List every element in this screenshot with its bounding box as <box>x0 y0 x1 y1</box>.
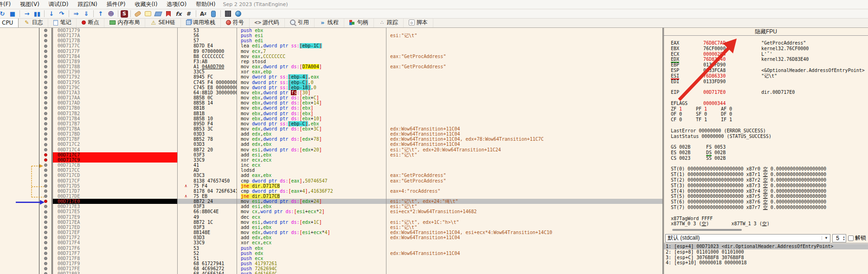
register-line[interactable]: ECX000002C4L'ˇ' <box>671 52 868 57</box>
disasm-row[interactable]: 00D717E566:8B0C4Emov cx,word ptr ds:[esi… <box>0 209 662 214</box>
breakpoint-dot[interactable] <box>44 195 47 198</box>
register-line[interactable]: ST(6) 00000000000000000000 x87r6 空 0.000… <box>671 199 868 205</box>
disasm-row[interactable]: 00D717F752push edxedx:Wow64Transition+11… <box>0 251 662 256</box>
breakpoint-dot[interactable] <box>44 101 47 104</box>
breakpoint-dot[interactable] <box>44 96 47 99</box>
register-line[interactable]: ST(1) 00000000000000000000 x87r1 空 0.000… <box>671 172 868 177</box>
register-line[interactable]: x87TagWord FFFF <box>671 216 868 222</box>
tab-句柄[interactable]: 句柄 <box>344 19 374 27</box>
breakpoint-dot[interactable] <box>44 247 47 250</box>
tab-SEH链[interactable]: ⚠SEH链 <box>145 19 180 27</box>
pause-icon[interactable]: ▮▮ <box>32 10 42 18</box>
breakpoint-dot[interactable] <box>44 241 47 244</box>
menu-item[interactable]: 收藏夹(I) <box>130 0 162 9</box>
breakpoint-dot[interactable] <box>44 169 47 172</box>
register-line[interactable]: EDX76D83E40kernel32.76D83E40 <box>671 57 868 62</box>
disasm-row[interactable]: 00D717E08B72 24mov esi,dword ptr ds:[edx… <box>0 199 662 204</box>
breakpoint-dot[interactable] <box>44 205 47 208</box>
disasm-row[interactable]: 00D717CB41inc ecx <box>0 163 662 168</box>
breakpoint-dot[interactable] <box>44 50 47 53</box>
breakpoint-dot[interactable] <box>44 29 47 32</box>
breakpoint-dot[interactable] <box>44 252 47 255</box>
breakpoint-dot[interactable] <box>44 65 47 68</box>
disasm-row[interactable]: 00D717C933C9xor ecx,ecx <box>0 157 662 163</box>
register-line[interactable]: ST(2) 00000000000000000000 x87r2 空 0.000… <box>671 177 868 183</box>
breakpoint-dot[interactable] <box>44 200 47 203</box>
modules-icon[interactable] <box>209 10 218 18</box>
internet-icon[interactable] <box>233 10 243 18</box>
disasm-row[interactable]: 00D717D5∧75 F4jne dir.D717CB <box>0 183 662 189</box>
disasm-row[interactable]: 00D7177FB9 07000000mov ecx,7 <box>0 49 662 54</box>
breakpoint-dot[interactable] <box>44 106 47 110</box>
tab-跟踪[interactable]: ∴跟踪 <box>374 19 404 27</box>
comment-icon[interactable] <box>143 10 153 18</box>
menu-item[interactable]: 视图(V) <box>15 0 44 9</box>
disasm-row[interactable]: 00D7177A56push esiesi:"记\t" <box>0 33 662 38</box>
tab-脚本[interactable]: o脚本 <box>404 19 433 27</box>
disasm-row[interactable]: 00D717ED03F3add esi,ebxesi:"记\t" <box>0 225 662 230</box>
restart-icon[interactable]: ↻ <box>0 10 7 18</box>
disasm-row[interactable]: 00D717BF8B52 78mov edx,dword ptr ds:[edx… <box>0 137 662 142</box>
disasm-row[interactable]: 00D717BD03D3add edx,ebxedx:Wow64Transiti… <box>0 131 662 137</box>
tab-笔记[interactable]: 笔记 <box>48 19 77 27</box>
tab-线程[interactable]: »线程 <box>315 19 344 27</box>
unlock-checkbox[interactable] <box>848 235 854 241</box>
disasm-row[interactable]: 00D717B7895D F4mov dword ptr ss:[ebp-C],… <box>0 121 662 126</box>
register-line[interactable]: CF 0TF 1IF 1 <box>671 117 868 123</box>
disasm-row[interactable]: 00D717F203D3add edx,ebxedx:Wow64Transiti… <box>0 235 662 240</box>
disasm-row[interactable]: 00D7180368 4C6F6164push 64616F4C <box>0 271 662 274</box>
disasm-row[interactable]: 00D7177953push ebx <box>0 28 662 33</box>
disassembly-view[interactable]: 00D7177953push ebx00D7177A56push esiesi:… <box>0 28 662 274</box>
tab-日志[interactable]: ✎日志 <box>19 19 48 27</box>
calling-convention-select[interactable]: 默认 (stdcall) ▼ <box>665 234 830 242</box>
argument-depth-stepper[interactable]: 5 ▲▼ <box>832 234 846 242</box>
breakpoint-dot[interactable] <box>44 272 47 274</box>
disasm-row[interactable]: 00D717F653push ebx <box>0 246 662 251</box>
register-line[interactable]: EDI0133FD90 <box>671 79 868 85</box>
disasm-row[interactable]: 00D7177C8D7D E4lea edi,dword ptr ss:[ebp… <box>0 43 662 48</box>
breakpoint-dot[interactable] <box>44 39 47 42</box>
register-line[interactable]: x87TW_0 3 (空) x87TW_1 3 (空) <box>671 221 868 227</box>
register-line[interactable]: EBX76CF0000kernel32.76CF0000 <box>671 46 868 52</box>
breakpoint-dot[interactable] <box>44 262 47 265</box>
disasm-row[interactable]: 00D7179CC745 E8 00000000mov dword ptr ss… <box>0 85 662 90</box>
register-line[interactable]: OF 0SF 0DF 0 <box>671 111 868 117</box>
menu-item[interactable]: 选项(O) <box>162 0 191 9</box>
attach-icon[interactable]: ☻ <box>106 10 116 18</box>
disasm-row[interactable]: 00D717AD8B5B 14mov ebx,dword ptr ds:[ebx… <box>0 100 662 105</box>
patch-icon[interactable] <box>133 10 142 18</box>
hash-icon[interactable]: # <box>184 10 193 18</box>
register-line[interactable]: EAX76D8C7AD"GetProcAddress" <box>671 40 868 46</box>
disasm-row[interactable]: 00D71789F3:ABrep stosd <box>0 59 662 64</box>
stack-argument-row[interactable]: 2: [esp+8] 01101000 01101000 <box>664 249 868 255</box>
step-down-icon[interactable]: ⇓ <box>82 10 91 18</box>
breakpoint-dot[interactable] <box>44 91 47 94</box>
stack-argument-row[interactable]: 4: [esp+10] 00000018 00000018 <box>664 260 868 266</box>
breakpoint-dot[interactable] <box>44 127 47 130</box>
breakpoint-dot[interactable] <box>44 60 47 63</box>
disasm-row[interactable]: 00D717E303F3add esi,ebxesi:"记\t" <box>0 204 662 209</box>
breakpoint-dot[interactable] <box>44 112 47 115</box>
disasm-row[interactable]: 00D717B08B1Bmov ebx,dword ptr ds:[ebx] <box>0 105 662 111</box>
breakpoint-dot[interactable] <box>44 81 47 84</box>
disasm-row[interactable]: 00D717D78178 04 726F6341cmp dword ptr ds… <box>0 189 662 194</box>
breakpoint-dot[interactable] <box>44 70 47 73</box>
step-over-icon[interactable]: ↷ <box>57 10 66 18</box>
breakpoint-dot[interactable] <box>44 226 47 229</box>
register-line[interactable]: LastError 00000000 (ERROR_SUCCESS) <box>671 128 868 134</box>
tab-内存布局[interactable]: 内存布局 <box>104 19 145 27</box>
run-icon[interactable]: → <box>22 10 32 18</box>
register-line[interactable]: GS 002BFS 0053 <box>671 144 868 150</box>
disasm-row[interactable]: 00D717F968 61727941push 41797261 <box>0 261 662 266</box>
breakpoint-dot[interactable] <box>44 257 47 260</box>
register-line[interactable]: ST(3) 00000000000000000000 x87r3 空 0.000… <box>671 183 868 189</box>
execute-till-return-icon[interactable]: ⇒ <box>71 10 81 18</box>
panel-splitter[interactable] <box>664 227 868 233</box>
disasm-row[interactable]: 00D71784B8 CCCCCCCCmov eax,CCCCCCCCeax:"… <box>0 54 662 59</box>
disasm-row[interactable]: 00D7177B57push edi <box>0 38 662 43</box>
tab-引用[interactable]: 引用 <box>285 19 315 27</box>
breakpoint-dot[interactable] <box>44 231 47 234</box>
register-line[interactable]: ST(5) 00000000000000000000 x87r5 空 0.000… <box>671 194 868 199</box>
disasm-row[interactable]: 00D717F851push ecx <box>0 256 662 261</box>
menu-item[interactable]: 插件(P) <box>102 0 130 9</box>
